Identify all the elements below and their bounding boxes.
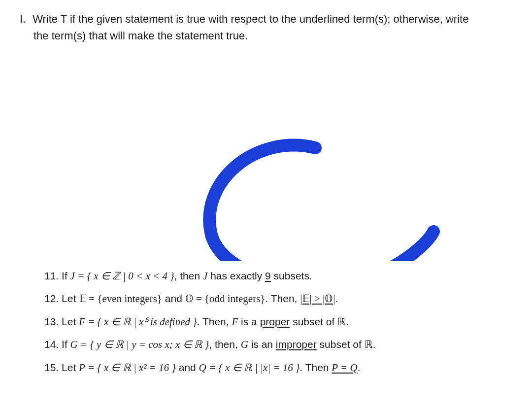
text: subsets.: [271, 270, 312, 281]
math-set: J = { x ∈ ℤ | 0 < x < 4 }: [70, 270, 174, 282]
text: subset of ℝ.: [290, 316, 349, 327]
underlined-term: P = Q: [332, 362, 357, 374]
subject: J: [203, 270, 207, 282]
math-set: P = { x ∈ ℝ | x² = 16 }: [79, 362, 176, 374]
underlined-term: proper: [260, 316, 290, 327]
question-11: 11. If J = { x ∈ ℤ | 0 < x < 4 }, then J…: [44, 269, 512, 283]
question-number: 15.: [44, 362, 59, 373]
c-mark-icon: [0, 69, 532, 261]
underlined-term: 9: [265, 270, 271, 281]
text: . Then: [299, 362, 332, 373]
handwritten-annotation: [0, 69, 532, 261]
math-set: 𝔼 = {even integers}: [79, 293, 162, 305]
instruction-line-2: the term(s) that will make the statement…: [33, 30, 248, 42]
instruction-line-1: Write T if the given statement is true w…: [33, 13, 468, 25]
text: is an: [248, 339, 276, 350]
text: . Then,: [197, 316, 232, 327]
text: Let: [62, 316, 79, 327]
instruction-block: I. Write T if the given statement is tru…: [20, 11, 512, 44]
text: and: [176, 362, 199, 373]
question-number: 12.: [44, 293, 59, 304]
text: , then: [174, 270, 203, 281]
text: , then,: [209, 339, 240, 350]
question-14: 14. If G = { y ∈ ℝ | y = cos x; x ∈ ℝ },…: [44, 337, 512, 352]
math-set: G = { y ∈ ℝ | y = cos x; x ∈ ℝ }: [70, 339, 209, 350]
underlined-term: |𝔼| > |𝕆|: [300, 293, 335, 305]
question-number: 11.: [44, 270, 59, 281]
text: has exactly: [207, 270, 265, 281]
question-12: 12. Let 𝔼 = {even integers} and 𝕆 = {odd…: [44, 291, 512, 306]
text: Let: [62, 362, 79, 373]
subject: G: [241, 339, 248, 350]
math-set: F = { x ∈ ℝ | x⁵ is defined }: [79, 316, 197, 328]
text: .: [358, 362, 361, 373]
question-15: 15. Let P = { x ∈ ℝ | x² = 16 } and Q = …: [44, 360, 512, 375]
text: . Then,: [265, 293, 300, 304]
text: .: [335, 293, 338, 304]
math-set-2: Q = { x ∈ ℝ | |x| = 16 }: [199, 362, 300, 374]
text: is a: [238, 316, 260, 327]
text: and: [162, 293, 185, 304]
question-number: 14.: [44, 339, 59, 350]
text: If: [62, 270, 70, 281]
worksheet: I. Write T if the given statement is tru…: [0, 0, 532, 54]
math-set-2: 𝕆 = {odd integers}: [185, 293, 266, 305]
text: subset of ℝ.: [317, 339, 376, 350]
text: If: [62, 339, 70, 350]
text: Let: [62, 293, 79, 304]
question-13: 13. Let F = { x ∈ ℝ | x⁵ is defined }. T…: [44, 314, 512, 329]
question-list: 11. If J = { x ∈ ℤ | 0 < x < 4 }, then J…: [44, 269, 512, 383]
question-number: 13.: [44, 316, 59, 327]
underlined-term: improper: [276, 339, 317, 350]
subject: F: [232, 316, 238, 328]
section-roman: I.: [20, 11, 30, 28]
